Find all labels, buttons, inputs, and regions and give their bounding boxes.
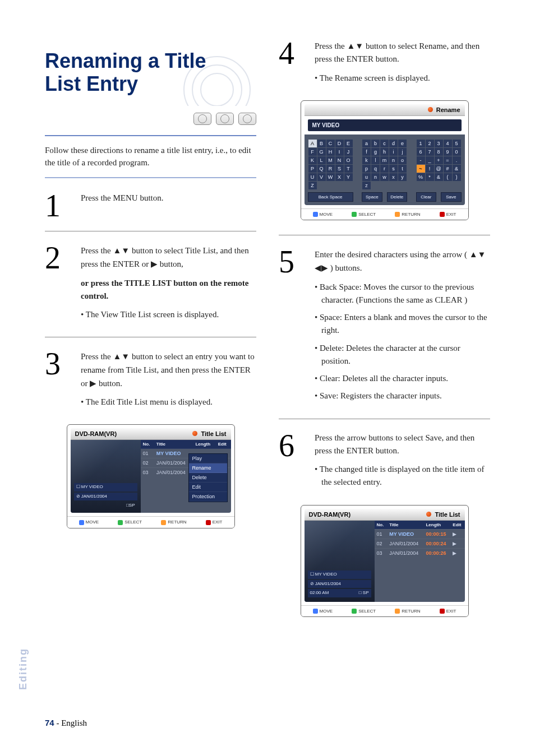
- panel-footer: MOVE SELECT RETURN EXIT: [301, 208, 468, 220]
- panel-header-left: DVD-RAM(VR): [309, 511, 351, 518]
- thumb-date: ⊘ JAN/01/2004: [308, 580, 371, 588]
- thumb-time: 02:00 AM: [310, 590, 329, 596]
- thumb-title: ☐ MY VIDEO: [74, 483, 137, 491]
- step-2: 2 Press the ▲▼ button to select Title Li…: [45, 244, 256, 326]
- thumbnail: ☐ MY VIDEO ⊘ JAN/01/2004 □ SP: [71, 440, 141, 513]
- step-number: 5: [279, 248, 301, 276]
- page-title: Renaming a Title List Entry: [45, 49, 245, 96]
- clear-button[interactable]: Clear: [416, 192, 437, 202]
- thumbnail: ☐ MY VIDEO ⊘ JAN/01/2004 02:00 AM □ SP: [305, 521, 375, 602]
- step-text: Press the MENU button.: [81, 192, 256, 205]
- keyboard-upper[interactable]: ABCDEFGHIJKLMNOPQRSTUVWXYZ: [308, 139, 353, 190]
- step-number: 4: [279, 39, 301, 67]
- menu-item[interactable]: Play: [189, 454, 227, 463]
- step-text: Press the arrow buttons to select Save, …: [315, 432, 490, 458]
- step-text: Press the ▲▼ button to select an entry y…: [81, 350, 256, 390]
- table-row[interactable]: 03JAN/01/200400:00:26▶: [375, 548, 465, 558]
- step-5: 5 Enter the desired characters using the…: [279, 248, 490, 407]
- rename-panel: Rename MY VIDEO ABCDEFGHIJKLMNOPQRSTUVWX…: [301, 100, 469, 220]
- space-button[interactable]: Space: [362, 192, 382, 202]
- panel-header-right: Title List: [426, 511, 460, 518]
- page-title-box: Renaming a Title List Entry: [45, 39, 256, 106]
- thumb-title: ☐ MY VIDEO: [308, 571, 371, 578]
- menu-item[interactable]: Edit: [189, 483, 227, 492]
- panel-footer: MOVE SELECT RETURN EXIT: [67, 516, 234, 527]
- page-footer: 74 - English: [45, 718, 87, 728]
- thumb-sp: □ SP: [74, 502, 137, 509]
- keyboard-lower[interactable]: abcdefghijklmnopqrstunwxyz: [362, 139, 407, 190]
- step-bullet: The changed title is displayed on the ti…: [315, 463, 490, 489]
- step-number: 1: [45, 192, 67, 220]
- step-4: 4 Press the ▲▼ button to select Rename, …: [279, 39, 490, 89]
- menu-item[interactable]: Protection: [189, 492, 227, 502]
- step-1: 1 Press the MENU button.: [45, 192, 256, 220]
- thumb-sp: □ SP: [359, 590, 369, 596]
- delete-button[interactable]: Delete: [387, 192, 408, 202]
- title-table: No. Title Length Edit 01MY VIDEO00:00:15…: [375, 521, 465, 558]
- backspace-button[interactable]: Back Space: [308, 192, 353, 202]
- step-bullet: The Rename screen is displayed.: [315, 72, 490, 85]
- step-bullet: Delete: Deletes the character at the cur…: [315, 342, 490, 368]
- disc-icon: [193, 113, 211, 125]
- table-row[interactable]: 02JAN/01/200400:00:24▶: [375, 539, 465, 548]
- step-3: 3 Press the ▲▼ button to select an entry…: [45, 350, 256, 413]
- step-bullet: Back Space: Moves the cursor to the prev…: [315, 281, 490, 307]
- panel-header-right: Rename: [428, 106, 460, 113]
- step-bullet: The Edit Title List menu is displayed.: [81, 396, 256, 409]
- step-number: 6: [279, 432, 301, 460]
- step-bullet: Space: Enters a blank and moves the curs…: [315, 311, 490, 337]
- intro-text: Follow these directions to rename a titl…: [45, 144, 256, 169]
- disc-icon: [216, 113, 234, 125]
- disc-icon: [238, 113, 256, 125]
- step-number: 2: [45, 244, 67, 272]
- panel-header-left: DVD-RAM(VR): [75, 430, 117, 437]
- title-list-panel-result: DVD-RAM(VR) Title List ☐ MY VIDEO ⊘ JAN/…: [301, 505, 469, 617]
- panel-footer: MOVE SELECT RETURN EXIT: [301, 605, 468, 616]
- step-number: 3: [45, 350, 67, 378]
- step-bullet: Clear: Deletes all the character inputs.: [315, 372, 490, 385]
- keyboard-symbols[interactable]: 1234567890-_+=.~!@#&%*&(): [416, 139, 462, 190]
- menu-item[interactable]: Delete: [189, 473, 227, 483]
- step-text: Press the ▲▼ button to select Title List…: [81, 244, 256, 271]
- disc-icons: [45, 113, 256, 127]
- context-menu: Play Rename Delete Edit Protection: [188, 453, 228, 502]
- thumb-date: ⊘ JAN/01/2004: [74, 493, 137, 500]
- title-list-panel: DVD-RAM(VR) Title List ☐ MY VIDEO ⊘ JAN/…: [67, 424, 235, 528]
- rename-field[interactable]: MY VIDEO: [308, 119, 462, 131]
- step-text: Press the ▲▼ button to select Rename, an…: [315, 39, 490, 66]
- step-bullet: Save: Registers the character inputs.: [315, 389, 490, 402]
- step-6: 6 Press the arrow buttons to select Save…: [279, 432, 490, 494]
- side-tab: Editing: [17, 648, 29, 690]
- panel-header-right: Title List: [192, 430, 226, 437]
- step-text-bold: or press the TITLE LIST button on the re…: [81, 277, 256, 303]
- step-bullet: The View Title List screen is displayed.: [81, 308, 256, 321]
- step-text: Enter the desired characters using the a…: [315, 248, 490, 275]
- table-row[interactable]: 01MY VIDEO00:00:15▶: [375, 529, 465, 539]
- menu-item[interactable]: Rename: [189, 463, 227, 473]
- save-button[interactable]: Save: [441, 192, 462, 202]
